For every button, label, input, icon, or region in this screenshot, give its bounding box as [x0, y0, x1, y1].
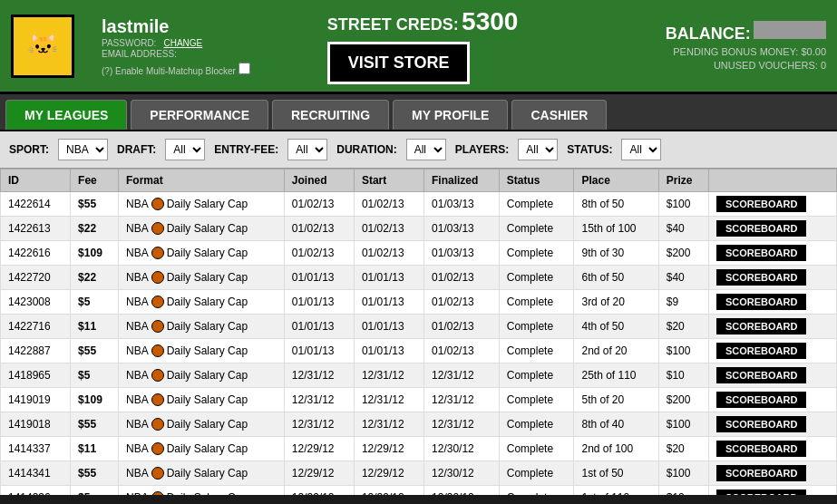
scoreboard-button[interactable]: SCOREBOARD: [716, 196, 806, 212]
cell-place: 1st of 50: [574, 461, 658, 486]
table-row: 1422616 $109 NBA Daily Salary Cap 01/02/…: [1, 241, 837, 266]
cell-finalized: 01/02/13: [424, 315, 500, 339]
cell-status: Complete: [499, 217, 574, 241]
cell-joined: 12/31/12: [284, 412, 354, 437]
cell-status: Complete: [499, 486, 574, 496]
col-prize: Prize: [658, 170, 708, 192]
balance-value: [754, 21, 826, 39]
players-select[interactable]: All: [518, 139, 558, 160]
cell-action[interactable]: SCOREBOARD: [708, 363, 836, 388]
header: 🐱 lastmile PASSWORD: CHANGE EMAIL ADDRES…: [0, 0, 837, 94]
format-text: Daily Salary Cap: [167, 393, 248, 406]
duration-select[interactable]: All: [406, 139, 446, 160]
scoreboard-button[interactable]: SCOREBOARD: [716, 269, 806, 286]
draft-select[interactable]: All: [165, 139, 205, 160]
cell-prize: $100: [658, 412, 708, 437]
balance-area: BALANCE: PENDING BONUS MONEY: $0.00 UNUS…: [666, 21, 826, 71]
format-text: Daily Salary Cap: [167, 198, 248, 210]
cell-finalized: 01/02/13: [424, 290, 500, 315]
cell-status: Complete: [499, 290, 574, 315]
sport-select[interactable]: NBA NFL MLB: [58, 139, 108, 160]
scoreboard-button[interactable]: SCOREBOARD: [716, 465, 806, 481]
col-status: Status: [499, 170, 574, 192]
sport-label: NBA: [126, 491, 149, 495]
scoreboard-button[interactable]: SCOREBOARD: [716, 318, 806, 334]
scoreboard-button[interactable]: SCOREBOARD: [716, 416, 806, 432]
cell-action[interactable]: SCOREBOARD: [708, 412, 836, 437]
cell-format: NBA Daily Salary Cap: [119, 486, 285, 496]
col-finalized: Finalized: [424, 170, 500, 192]
entry-fee-select[interactable]: All: [287, 139, 327, 160]
cell-action[interactable]: SCOREBOARD: [708, 241, 836, 266]
cell-action[interactable]: SCOREBOARD: [708, 290, 836, 315]
sport-label: NBA: [126, 442, 149, 455]
cell-status: Complete: [499, 363, 574, 388]
status-select[interactable]: All: [621, 139, 661, 160]
multi-matchup-checkbox[interactable]: [238, 63, 250, 74]
cell-action[interactable]: SCOREBOARD: [708, 486, 836, 496]
basketball-icon: [151, 344, 164, 357]
cell-action[interactable]: SCOREBOARD: [708, 339, 836, 363]
multi-matchup-label: (?) Enable Multi-Matchup Blocker: [102, 66, 236, 76]
cell-id: 1422614: [1, 192, 71, 217]
scoreboard-button[interactable]: SCOREBOARD: [716, 367, 806, 383]
cell-action[interactable]: SCOREBOARD: [708, 266, 836, 290]
scoreboard-button[interactable]: SCOREBOARD: [716, 392, 806, 408]
sport-label: NBA: [126, 467, 149, 480]
cell-start: 01/01/13: [354, 266, 423, 290]
entry-fee-label: ENTRY-FEE:: [214, 143, 278, 156]
table-header-row: ID Fee Format Joined Start Finalized Sta…: [1, 170, 837, 192]
cell-id: 1422716: [1, 315, 71, 339]
scoreboard-button[interactable]: SCOREBOARD: [716, 441, 806, 457]
tab-my-profile[interactable]: MY PROFILE: [393, 100, 508, 130]
cell-place: 4th of 50: [574, 315, 658, 339]
cell-place: 6th of 50: [574, 266, 658, 290]
basketball-icon: [151, 418, 164, 431]
unused-vouchers: UNUSED VOUCHERS: 0: [666, 60, 826, 71]
tab-recruiting[interactable]: RECRUITING: [272, 100, 389, 130]
cell-joined: 12/29/12: [284, 437, 354, 461]
tab-cashier[interactable]: CASHIER: [511, 100, 607, 130]
cell-id: 1414336: [1, 486, 71, 496]
col-format: Format: [119, 170, 285, 192]
table-row: 1422613 $22 NBA Daily Salary Cap 01/02/1…: [1, 217, 837, 241]
cell-id: 1414337: [1, 437, 71, 461]
tab-my-leagues[interactable]: MY LEAGUES: [5, 100, 127, 130]
cell-action[interactable]: SCOREBOARD: [708, 461, 836, 486]
cell-status: Complete: [499, 241, 574, 266]
cell-joined: 12/29/12: [284, 461, 354, 486]
cell-start: 01/01/13: [354, 339, 423, 363]
sport-label: NBA: [126, 320, 149, 333]
scoreboard-button[interactable]: SCOREBOARD: [716, 343, 806, 359]
scoreboard-button[interactable]: SCOREBOARD: [716, 294, 806, 310]
draft-label: DRAFT:: [117, 143, 156, 156]
cell-status: Complete: [499, 339, 574, 363]
cell-action[interactable]: SCOREBOARD: [708, 192, 836, 217]
cell-action[interactable]: SCOREBOARD: [708, 315, 836, 339]
scoreboard-button[interactable]: SCOREBOARD: [716, 245, 806, 261]
cell-prize: $100: [658, 192, 708, 217]
scoreboard-button[interactable]: SCOREBOARD: [716, 489, 806, 495]
visit-store-button[interactable]: VISIT STORE: [327, 42, 471, 84]
basketball-icon: [151, 222, 164, 235]
sport-label: NBA: [126, 271, 149, 284]
table-row: 1422716 $11 NBA Daily Salary Cap 01/01/1…: [1, 315, 837, 339]
cell-action[interactable]: SCOREBOARD: [708, 388, 836, 412]
col-place: Place: [574, 170, 658, 192]
basketball-icon: [151, 442, 164, 455]
cell-finalized: 12/31/12: [424, 388, 500, 412]
cell-id: 1422887: [1, 339, 71, 363]
cell-fee: $5: [71, 486, 119, 496]
cell-id: 1419019: [1, 388, 71, 412]
cell-finalized: 12/31/12: [424, 412, 500, 437]
cell-start: 01/02/13: [354, 217, 423, 241]
change-password-link[interactable]: CHANGE: [163, 38, 202, 48]
cell-place: 9th of 30: [574, 241, 658, 266]
cell-action[interactable]: SCOREBOARD: [708, 217, 836, 241]
cell-format: NBA Daily Salary Cap: [119, 315, 285, 339]
basketball-icon: [151, 320, 164, 333]
cell-action[interactable]: SCOREBOARD: [708, 437, 836, 461]
scoreboard-button[interactable]: SCOREBOARD: [716, 220, 806, 237]
cell-start: 01/02/13: [354, 241, 423, 266]
tab-performance[interactable]: PERFORMANCE: [131, 100, 268, 130]
